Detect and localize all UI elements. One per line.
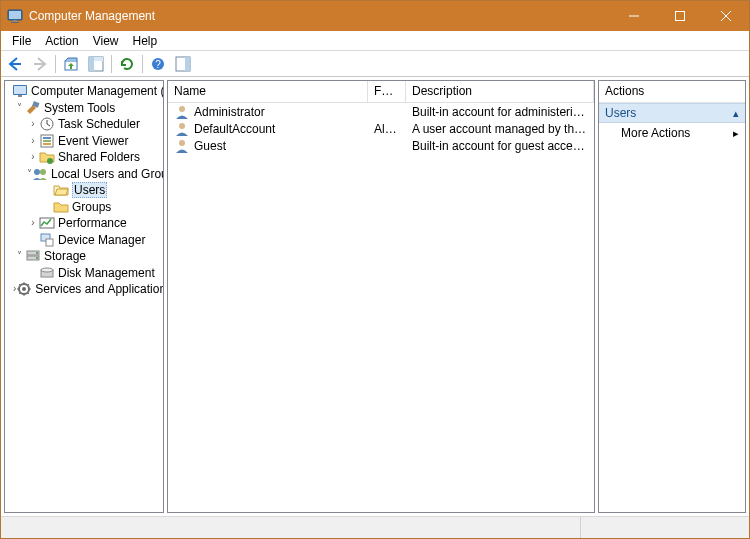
svg-point-36 bbox=[179, 106, 185, 112]
tree-label: Storage bbox=[44, 249, 86, 263]
column-header-full-name[interactable]: Full ... bbox=[368, 81, 406, 102]
list-item[interactable]: Guest Built-in account for guest access … bbox=[168, 137, 594, 154]
svg-rect-7 bbox=[89, 57, 94, 71]
tree-device-manager[interactable]: › Device Manager bbox=[5, 232, 163, 249]
cell-name: DefaultAccount bbox=[194, 122, 275, 136]
tree-storage[interactable]: ˅ Storage bbox=[5, 248, 163, 265]
expand-icon[interactable]: › bbox=[27, 119, 39, 129]
svg-rect-3 bbox=[11, 22, 19, 23]
title-bar[interactable]: Computer Management bbox=[1, 1, 749, 31]
clock-icon bbox=[39, 116, 55, 132]
actions-pane[interactable]: Actions Users ▴ More Actions ▸ bbox=[598, 80, 746, 513]
window-controls bbox=[611, 1, 749, 31]
menu-action[interactable]: Action bbox=[38, 32, 85, 50]
actions-more-actions[interactable]: More Actions ▸ bbox=[599, 123, 745, 143]
services-icon bbox=[16, 281, 32, 297]
refresh-button[interactable] bbox=[115, 53, 139, 75]
svg-point-31 bbox=[36, 257, 38, 259]
svg-rect-20 bbox=[43, 140, 51, 142]
tree-users[interactable]: › Users bbox=[5, 182, 163, 199]
show-hide-tree-button[interactable] bbox=[84, 53, 108, 75]
column-header-name[interactable]: Name bbox=[168, 81, 368, 102]
actions-group-header[interactable]: Users ▴ bbox=[599, 103, 745, 123]
help-button[interactable]: ? bbox=[146, 53, 170, 75]
actions-pane-title: Actions bbox=[599, 81, 745, 103]
tree-label: Performance bbox=[58, 216, 127, 230]
svg-point-37 bbox=[179, 123, 185, 129]
cell-description: Built-in account for guest access t... bbox=[406, 139, 594, 153]
user-icon bbox=[174, 104, 190, 120]
tree-label: Disk Management bbox=[58, 266, 155, 280]
list-item[interactable]: Administrator Built-in account for admin… bbox=[168, 103, 594, 120]
tree-services-apps[interactable]: › Services and Applications bbox=[5, 281, 163, 298]
menu-view[interactable]: View bbox=[86, 32, 126, 50]
svg-rect-14 bbox=[14, 86, 26, 94]
window-title: Computer Management bbox=[29, 9, 611, 23]
up-button[interactable] bbox=[59, 53, 83, 75]
folder-open-icon bbox=[53, 182, 69, 198]
performance-icon bbox=[39, 215, 55, 231]
svg-point-23 bbox=[34, 169, 40, 175]
menu-help[interactable]: Help bbox=[126, 32, 165, 50]
tree-label: Groups bbox=[72, 200, 111, 214]
console-tree[interactable]: ▾ Computer Management (Local) ˅ System T… bbox=[5, 81, 163, 300]
menu-bar: File Action View Help bbox=[1, 31, 749, 51]
svg-rect-1 bbox=[9, 11, 21, 19]
expand-icon[interactable]: › bbox=[27, 136, 39, 146]
close-button[interactable] bbox=[703, 1, 749, 31]
tree-disk-management[interactable]: › Disk Management bbox=[5, 265, 163, 282]
column-header-description[interactable]: Description bbox=[406, 81, 594, 102]
actions-item-label: More Actions bbox=[621, 126, 690, 140]
results-pane[interactable]: Name Full ... Description Administrator … bbox=[167, 80, 595, 513]
svg-point-38 bbox=[179, 140, 185, 146]
tree-root[interactable]: ▾ Computer Management (Local) bbox=[5, 83, 163, 100]
minimize-button[interactable] bbox=[611, 1, 657, 31]
show-action-pane-button[interactable] bbox=[171, 53, 195, 75]
content-area: ▾ Computer Management (Local) ˅ System T… bbox=[1, 77, 749, 516]
tree-system-tools[interactable]: ˅ System Tools bbox=[5, 100, 163, 117]
maximize-button[interactable] bbox=[657, 1, 703, 31]
svg-point-35 bbox=[22, 287, 26, 291]
devices-icon bbox=[39, 232, 55, 248]
computer-management-icon bbox=[7, 8, 23, 24]
expand-icon[interactable]: › bbox=[27, 152, 39, 162]
users-groups-icon bbox=[32, 166, 48, 182]
tree-task-scheduler[interactable]: › Task Scheduler bbox=[5, 116, 163, 133]
console-tree-pane[interactable]: ▾ Computer Management (Local) ˅ System T… bbox=[4, 80, 164, 513]
menu-file[interactable]: File bbox=[5, 32, 38, 50]
collapse-icon[interactable]: ▴ bbox=[733, 107, 739, 120]
computer-management-icon bbox=[12, 83, 28, 99]
back-button[interactable] bbox=[3, 53, 27, 75]
expand-icon[interactable]: › bbox=[27, 218, 39, 228]
toolbar-separator bbox=[142, 55, 143, 73]
tree-label: Users bbox=[72, 182, 107, 198]
storage-icon bbox=[25, 248, 41, 264]
forward-button[interactable] bbox=[28, 53, 52, 75]
collapse-icon[interactable]: ˅ bbox=[13, 103, 25, 113]
tree-performance[interactable]: › Performance bbox=[5, 215, 163, 232]
user-icon bbox=[174, 138, 190, 154]
tree-label: Services and Applications bbox=[35, 282, 164, 296]
tree-label: Device Manager bbox=[58, 233, 145, 247]
cell-full-name: Alex... bbox=[368, 122, 406, 136]
collapse-icon[interactable]: ˅ bbox=[13, 251, 25, 261]
list-item[interactable]: DefaultAccount Alex... A user account ma… bbox=[168, 120, 594, 137]
status-cell bbox=[1, 517, 581, 538]
tree-groups[interactable]: › Groups bbox=[5, 199, 163, 216]
folder-icon bbox=[53, 199, 69, 215]
toolbar-separator bbox=[55, 55, 56, 73]
tree-local-users-groups[interactable]: ˅ Local Users and Groups bbox=[5, 166, 163, 183]
status-bar bbox=[1, 516, 749, 538]
svg-rect-15 bbox=[18, 95, 22, 97]
tree-label: System Tools bbox=[44, 101, 115, 115]
event-log-icon bbox=[39, 133, 55, 149]
list-body[interactable]: Administrator Built-in account for admin… bbox=[168, 103, 594, 154]
svg-point-22 bbox=[47, 158, 53, 164]
tree-event-viewer[interactable]: › Event Viewer bbox=[5, 133, 163, 150]
svg-point-33 bbox=[41, 268, 53, 272]
svg-rect-12 bbox=[185, 57, 190, 71]
cell-description: Built-in account for administering... bbox=[406, 105, 594, 119]
svg-point-24 bbox=[40, 169, 46, 175]
svg-text:?: ? bbox=[155, 59, 161, 70]
tree-shared-folders[interactable]: › Shared Folders bbox=[5, 149, 163, 166]
